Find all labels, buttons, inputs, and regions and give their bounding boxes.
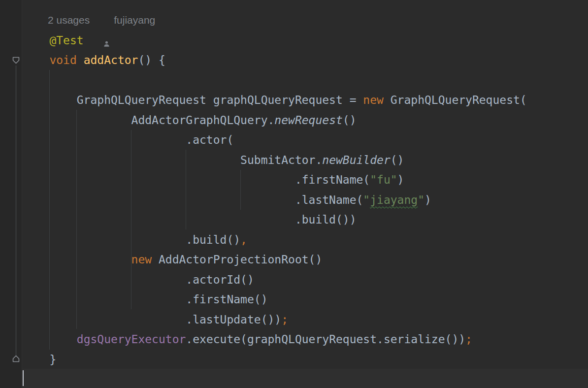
code-line[interactable]: void addActor() {	[22, 50, 588, 70]
ide-editor-window: 2 usages fujiayang @Test void addActor()…	[0, 0, 588, 388]
blank-line[interactable]	[22, 70, 588, 91]
editor-gutter[interactable]	[0, 0, 22, 388]
code-line[interactable]: new AddActorProjectionRoot()	[22, 250, 588, 270]
code-line[interactable]: .build())	[22, 210, 588, 230]
code-line[interactable]: .actor(	[22, 130, 588, 150]
caret-line-highlight	[23, 369, 588, 388]
fold-collapse-end-icon[interactable]	[11, 354, 21, 363]
code-line[interactable]: }	[22, 350, 588, 370]
code-line[interactable]: .firstName()	[22, 290, 588, 310]
author-hint[interactable]: fujiayang	[114, 14, 155, 26]
usages-hint[interactable]: 2 usages	[48, 14, 90, 26]
code-area[interactable]: 2 usages fujiayang @Test void addActor()…	[22, 10, 588, 369]
code-vision-hints: 2 usages fujiayang	[22, 10, 588, 31]
code-line[interactable]: .build(),	[22, 230, 588, 250]
person-icon	[103, 17, 110, 24]
code-line[interactable]: dgsQueryExecutor.execute(graphQLQueryReq…	[22, 329, 588, 350]
code-line[interactable]: .lastUpdate());	[22, 310, 588, 330]
code-line[interactable]: AddActorGraphQLQuery.newRequest()	[22, 110, 588, 130]
code-line[interactable]: .actorId()	[22, 270, 588, 290]
code-line[interactable]: SubmitActor.newBuilder()	[22, 150, 588, 170]
code-line[interactable]: .lastName("jiayang")	[22, 190, 588, 210]
code-line[interactable]: .firstName("fu")	[22, 170, 588, 190]
text-caret	[23, 370, 24, 386]
fold-collapse-start-icon[interactable]	[11, 56, 21, 65]
code-line[interactable]: GraphQLQueryRequest graphQLQueryRequest …	[22, 90, 588, 110]
fold-region-line	[16, 65, 16, 356]
